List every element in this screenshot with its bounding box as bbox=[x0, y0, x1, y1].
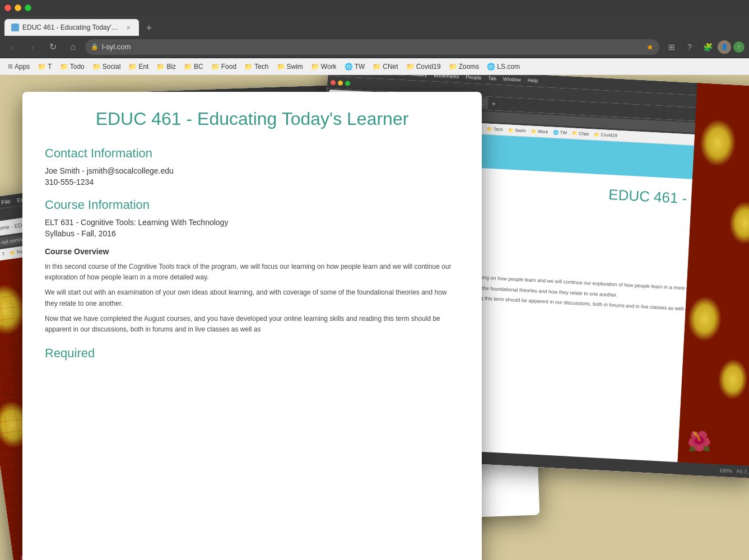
win3-maximize[interactable] bbox=[345, 81, 350, 86]
main-browser-window: EDUC 461 - Educating Today's ... ✕ + ‹ ›… bbox=[0, 0, 749, 560]
folder-icon: 📁 bbox=[60, 63, 68, 71]
bm-zooms[interactable]: 📁 Zooms bbox=[445, 62, 483, 72]
bm-social-label: Social bbox=[103, 63, 121, 71]
back-button[interactable]: ‹ bbox=[4, 39, 20, 55]
folder-icon: 📁 bbox=[156, 63, 165, 71]
main-window-front: EDUC 461 - Educating Today's Learner Con… bbox=[22, 92, 482, 560]
win3-new-tab[interactable]: + bbox=[489, 99, 499, 109]
minimize-button[interactable] bbox=[15, 4, 21, 11]
bm-ent-label: Ent bbox=[138, 63, 148, 71]
help-icon[interactable]: ? bbox=[682, 39, 697, 55]
new-tab-button[interactable]: + bbox=[141, 20, 157, 36]
bm-todo[interactable]: 📁 Todo bbox=[57, 62, 88, 72]
puzzle-icon[interactable]: 🧩 bbox=[700, 39, 715, 55]
folder-icon: 📁 bbox=[38, 63, 46, 71]
bm-bc[interactable]: 📁 BC bbox=[180, 62, 207, 72]
tab-favicon bbox=[11, 24, 19, 31]
win3-bookmarks-menu[interactable]: Bookmarks bbox=[434, 75, 459, 80]
stacked-windows: Chrome File Edit View History Bookmarks … bbox=[0, 75, 749, 560]
reload-button[interactable]: ↻ bbox=[45, 39, 61, 55]
tab-bar: EDUC 461 - Educating Today's ... ✕ + bbox=[0, 16, 749, 36]
win3-bm-work[interactable]: 📁 Work bbox=[528, 128, 550, 134]
win3-minimize[interactable] bbox=[338, 80, 343, 85]
win1-bm-t[interactable]: 📁 T bbox=[0, 251, 7, 258]
bm-food[interactable]: 📁 Food bbox=[208, 62, 240, 72]
title-bar bbox=[0, 0, 749, 16]
bm-todo-label: Todo bbox=[70, 63, 85, 71]
course-overview-heading: Course Overview bbox=[45, 247, 459, 256]
win3-bm-swim[interactable]: 📁 Swim bbox=[506, 127, 528, 133]
bm-covid19-label: Covid19 bbox=[416, 63, 441, 71]
globe-icon: 🌐 bbox=[487, 63, 495, 71]
bm-biz[interactable]: 📁 Biz bbox=[153, 62, 179, 72]
folder-icon: 📁 bbox=[449, 63, 457, 71]
contact-phone: 310-555-1234 bbox=[45, 178, 459, 186]
folder-icon: 📁 bbox=[406, 63, 415, 71]
win3-people-menu[interactable]: People bbox=[466, 75, 482, 81]
win3-history-menu[interactable]: History bbox=[411, 75, 427, 78]
win3-window-menu[interactable]: Window bbox=[503, 76, 521, 83]
bm-social[interactable]: 📁 Social bbox=[89, 62, 124, 72]
apps-grid-icon: ⊞ bbox=[8, 63, 13, 70]
win3-tab-menu[interactable]: Tab bbox=[488, 76, 496, 82]
bm-covid19[interactable]: 📁 Covid19 bbox=[403, 62, 444, 72]
toolbar-icons: ⊞ ? 🧩 👤 ↑ bbox=[664, 39, 745, 55]
bm-tech[interactable]: 📁 Tech bbox=[241, 62, 272, 72]
main-page-content: EDUC 461 - Educating Today's Learner Con… bbox=[22, 92, 482, 383]
win3-bm-tw[interactable]: 🌐 TW bbox=[551, 130, 569, 136]
win3-bm-cnet[interactable]: 📁 CNet bbox=[570, 130, 592, 137]
home-button[interactable]: ⌂ bbox=[65, 39, 81, 55]
traffic-lights bbox=[4, 4, 31, 11]
bm-work-label: Work bbox=[321, 63, 337, 71]
url-text: l-syl.com bbox=[102, 43, 643, 51]
bm-apps-label: Apps bbox=[15, 63, 30, 71]
active-tab[interactable]: EDUC 461 - Educating Today's ... ✕ bbox=[4, 19, 139, 36]
file-menu-item[interactable]: File bbox=[1, 198, 11, 205]
folder-icon: 📁 bbox=[373, 63, 381, 71]
requirements-heading: Required bbox=[45, 346, 459, 361]
bookmark-star-icon[interactable]: ★ bbox=[646, 43, 654, 52]
course-overview-p3: Now that we have completed the August co… bbox=[45, 314, 459, 335]
win3-close[interactable] bbox=[331, 80, 336, 85]
course-sub: Syllabus - Fall, 2016 bbox=[45, 229, 459, 238]
bm-tech-label: Tech bbox=[254, 63, 268, 71]
contact-name: Joe Smith - jsmith@socalcollege.edu bbox=[45, 166, 459, 175]
bm-t[interactable]: 📁 T bbox=[34, 62, 55, 72]
bm-tw-label: TW bbox=[355, 63, 365, 71]
bm-work[interactable]: 📁 Work bbox=[308, 62, 340, 72]
bm-ent[interactable]: 📁 Ent bbox=[125, 62, 152, 72]
tab-close-button[interactable]: ✕ bbox=[124, 24, 132, 31]
profile-avatar[interactable]: 👤 bbox=[718, 40, 731, 54]
folder-icon: 📁 bbox=[184, 63, 192, 71]
update-icon[interactable]: ↑ bbox=[733, 41, 745, 53]
win3-help-menu[interactable]: Help bbox=[528, 77, 538, 83]
win3-view-menu[interactable]: View bbox=[394, 75, 405, 77]
win3-bm-covid19[interactable]: 📁 Covid19 bbox=[592, 132, 620, 138]
address-bar[interactable]: 🔒 l-syl.com ★ bbox=[85, 39, 659, 55]
bm-swim[interactable]: 📁 Swim bbox=[273, 62, 306, 72]
bm-swim-label: Swim bbox=[287, 63, 303, 71]
bm-ls-com[interactable]: 🌐 LS.com bbox=[483, 62, 523, 72]
win3-time: Fri 7... bbox=[737, 469, 749, 475]
bm-cnet-label: CNet bbox=[383, 63, 398, 71]
win3-bm-tech[interactable]: 📁 Tech bbox=[485, 126, 505, 132]
course-title: ELT 631 - Cognitive Tools: Learning With… bbox=[45, 218, 459, 227]
contact-heading: Contact Information bbox=[45, 146, 459, 161]
bm-apps[interactable]: ⊞ Apps bbox=[4, 62, 33, 72]
content-area: Chrome File Edit View History Bookmarks … bbox=[0, 75, 749, 560]
close-button[interactable] bbox=[4, 4, 11, 11]
folder-icon: 📁 bbox=[277, 63, 285, 71]
bm-biz-label: Biz bbox=[166, 63, 176, 71]
folder-icon: 📁 bbox=[311, 63, 319, 71]
win3-flower: 🌺 bbox=[686, 430, 712, 454]
extensions-icon[interactable]: ⊞ bbox=[664, 39, 680, 55]
forward-button[interactable]: › bbox=[25, 39, 40, 55]
maximize-button[interactable] bbox=[25, 4, 31, 11]
address-bar-row: ‹ › ↻ ⌂ 🔒 l-syl.com ★ ⊞ ? 🧩 👤 ↑ bbox=[0, 36, 749, 58]
bm-tw[interactable]: 🌐 TW bbox=[341, 62, 369, 72]
bm-cnet[interactable]: 📁 CNet bbox=[369, 62, 401, 72]
main-page-title: EDUC 461 - Educating Today's Learner bbox=[45, 109, 459, 129]
bm-bc-label: BC bbox=[194, 63, 203, 71]
win3-edit-menu[interactable]: Edit bbox=[378, 75, 387, 76]
folder-icon: 📁 bbox=[128, 63, 137, 71]
